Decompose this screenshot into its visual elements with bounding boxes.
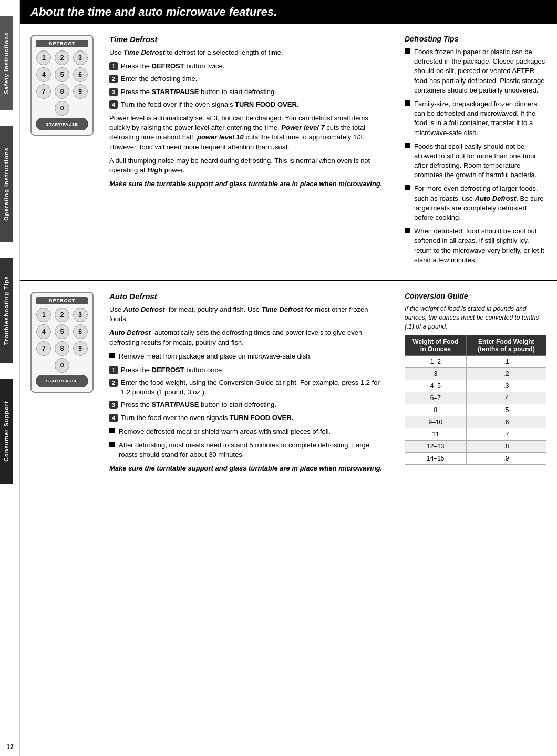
sidebar-tab-consumer: Consumer Support: [0, 379, 13, 484]
tenths-cell: .8: [466, 441, 546, 453]
table-row: 11.7: [405, 428, 546, 441]
bullet-4-icon: [405, 185, 410, 190]
auto-bullet-2: Remove defrosted meat or shield warm are…: [109, 427, 383, 436]
ounces-cell: 1–2: [405, 356, 467, 368]
key-3[interactable]: 3: [73, 50, 88, 65]
key-a0[interactable]: 0: [55, 358, 69, 373]
auto-step-text-2: Enter the food weight, using the Convers…: [121, 378, 383, 397]
step-num-2: 2: [109, 75, 118, 83]
auto-defrost-left: Auto Defrost Use Auto Defrost for meat, …: [109, 292, 394, 478]
ounces-cell: 11: [405, 428, 467, 441]
key-a6[interactable]: 6: [73, 324, 88, 339]
key-a9[interactable]: 9: [73, 341, 88, 356]
auto-defrost-keypad-area: DEFROST 1 2 3 4 5 6 7 8 9 0 START/PAUSE: [30, 292, 99, 478]
tip-4: For more even defrosting of larger foods…: [405, 184, 546, 222]
key-0[interactable]: 0: [55, 101, 69, 116]
auto-defrost-steps: 1 Press the DEFROST button once. 2 Enter…: [109, 365, 383, 423]
conversion-guide-title: Conversion Guide: [405, 292, 546, 300]
page-title: About the time and auto microwave featur…: [30, 5, 277, 18]
auto-defrost-intro: Use Auto Defrost for meat, poultry and f…: [109, 305, 383, 324]
auto-defrost-keypad: DEFROST 1 2 3 4 5 6 7 8 9 0 START/PAUSE: [30, 292, 94, 393]
tip-1-text: Foods frozen in paper or plastic can be …: [414, 47, 546, 95]
tip-4-text: For more even defrosting of larger foods…: [414, 184, 546, 222]
tenths-cell: .7: [466, 428, 546, 441]
sidebar-tab-operating: Operating Instructions: [0, 126, 13, 242]
step-1-1: 1 Press the DEFROST button twice.: [109, 62, 383, 71]
step-1-4: 4 Turn the food over if the oven signals…: [109, 100, 383, 109]
ounces-cell: 6–7: [405, 392, 467, 404]
tenths-cell: .4: [466, 392, 546, 404]
tip-5: When defrosted, food should be cool but …: [405, 227, 546, 265]
time-defrost-body1: Power level is automatically set at 3, b…: [109, 114, 383, 152]
key-a1[interactable]: 1: [36, 308, 51, 322]
ounces-cell: 4–5: [405, 380, 467, 392]
step-1-3: 3 Press the START/PAUSE button to start …: [109, 87, 383, 97]
key-a4[interactable]: 4: [36, 324, 51, 339]
key-a5[interactable]: 5: [55, 324, 69, 339]
auto-step-num-3: 3: [109, 401, 118, 409]
time-defrost-right: Defrosting Tips Foods frozen in paper or…: [394, 35, 546, 269]
col-header-ounces: Weight of Food in Ounces: [405, 335, 467, 356]
auto-step-1: 1 Press the DEFROST button once.: [109, 365, 383, 375]
auto-step-4: 4 Turn the food over the oven signals TU…: [109, 413, 383, 423]
step-text-1: Press the DEFROST button twice.: [121, 62, 224, 71]
step-num-4: 4: [109, 100, 118, 109]
time-defrost-body2: A dull thumping noise may be heard durin…: [109, 156, 383, 175]
defrost-label-1: DEFROST: [36, 40, 88, 47]
main-content: About the time and auto microwave featur…: [20, 0, 557, 756]
key-a8[interactable]: 8: [55, 341, 69, 356]
auto-bullet-3: After defrosting, most meats need to sta…: [109, 441, 383, 459]
auto-step-text-1: Press the DEFROST button once.: [121, 365, 224, 375]
key-1[interactable]: 1: [36, 50, 51, 65]
table-row: 12–13.8: [405, 441, 546, 453]
key-4[interactable]: 4: [36, 67, 51, 82]
key-2[interactable]: 2: [55, 50, 69, 65]
auto-bullet-1-text: Remove meat from package and place on mi…: [119, 352, 312, 361]
bullet-1-icon: [405, 48, 410, 54]
key-8[interactable]: 8: [55, 84, 69, 99]
table-row: 3.2: [405, 368, 546, 380]
auto-step-text-3: Press the START/PAUSE button to start de…: [121, 400, 276, 410]
key-7[interactable]: 7: [36, 84, 51, 99]
auto-step-num-1: 1: [109, 366, 118, 374]
time-defrost-title: Time Defrost: [109, 35, 383, 44]
tenths-cell: .3: [466, 380, 546, 392]
auto-step-3: 3 Press the START/PAUSE button to start …: [109, 400, 383, 410]
defrost-label-2: DEFROST: [36, 297, 88, 304]
tip-3-text: Foods that spoil easily should not be al…: [414, 142, 546, 180]
auto-bullet-2-text: Remove defrosted meat or shield warm are…: [119, 427, 331, 436]
auto-bullet-3-icon: [109, 442, 115, 447]
key-a3[interactable]: 3: [73, 308, 88, 322]
time-defrost-keypad-area: DEFROST 1 2 3 4 5 6 7 8 9 0 START/PAUSE: [30, 35, 99, 269]
table-row: 4–5.3: [405, 380, 546, 392]
ounces-cell: 12–13: [405, 441, 467, 453]
auto-defrost-desc: Auto Defrost automatically sets the defr…: [109, 328, 383, 347]
step-num-1: 1: [109, 62, 118, 70]
key-5[interactable]: 5: [55, 67, 69, 82]
step-text-2: Enter the defrosting time.: [121, 74, 197, 84]
key-6[interactable]: 6: [73, 67, 88, 82]
auto-bullet-1: Remove meat from package and place on mi…: [109, 352, 383, 361]
auto-bullet-1-icon: [109, 353, 115, 358]
auto-step-text-4: Turn the food over the oven signals TURN…: [121, 413, 293, 423]
key-a7[interactable]: 7: [36, 341, 51, 356]
key-a2[interactable]: 2: [55, 308, 69, 322]
auto-step-num-4: 4: [109, 414, 118, 422]
page-header: About the time and auto microwave featur…: [20, 0, 557, 24]
key-9[interactable]: 9: [73, 84, 88, 99]
table-row: 1–2.1: [405, 356, 546, 368]
table-row: 8.5: [405, 404, 546, 416]
tip-3: Foods that spoil easily should not be al…: [405, 142, 546, 180]
tenths-cell: .9: [466, 453, 546, 465]
col-header-tenths: Enter Food Weight (tenths of a pound): [466, 335, 546, 356]
tenths-cell: .1: [466, 356, 546, 368]
start-pause-button-2[interactable]: START/PAUSE: [36, 375, 88, 387]
tip-2-text: Family-size, prepackaged frozen dinners …: [414, 99, 546, 138]
tip-5-text: When defrosted, food should be cool but …: [414, 227, 546, 265]
conversion-table: Weight of Food in Ounces Enter Food Weig…: [405, 335, 546, 465]
auto-step-num-2: 2: [109, 379, 118, 387]
auto-defrost-footer: Make sure the turntable support and glas…: [109, 464, 383, 473]
table-row: 14–15.9: [405, 453, 546, 465]
start-pause-button-1[interactable]: START/PAUSE: [36, 118, 88, 130]
auto-defrost-section: DEFROST 1 2 3 4 5 6 7 8 9 0 START/PAUSE …: [20, 281, 557, 488]
